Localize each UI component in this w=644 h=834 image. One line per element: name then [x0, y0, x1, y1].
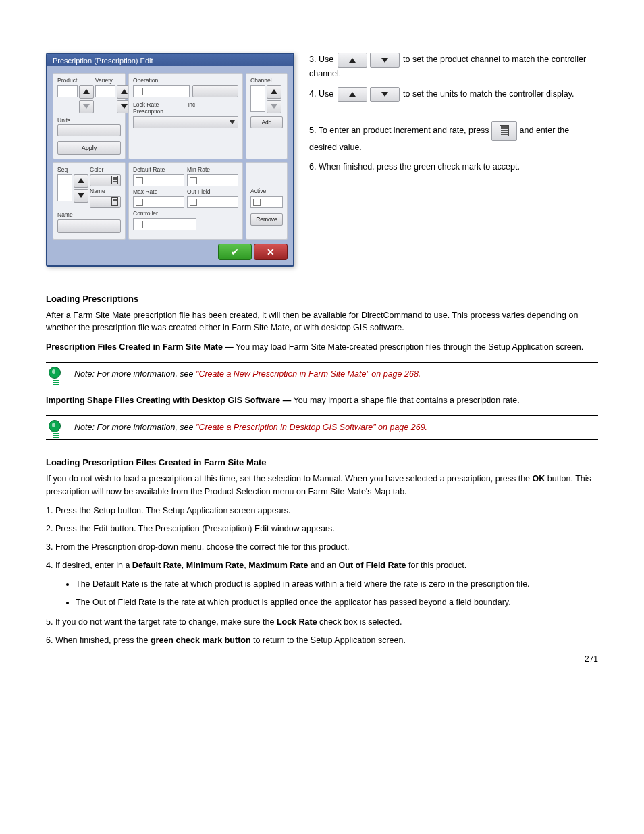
controller-input[interactable] [133, 218, 196, 230]
list-item: 4. If desired, enter in a Default Rate, … [46, 559, 598, 572]
name-button[interactable] [57, 219, 121, 233]
color-row-2[interactable] [90, 196, 121, 208]
dialog-col-rates: Default Rate Min Rate Max Rate [128, 162, 243, 240]
note1-link[interactable]: "Create a New Prescription in Farm Site … [196, 369, 421, 379]
prescription-edit-dialog: Prescription (Prescription) Edit Product [46, 53, 294, 267]
defaultrate-input[interactable] [133, 174, 184, 186]
color-label: Color [90, 167, 121, 173]
units-label: Units [57, 118, 121, 124]
cancel-button[interactable]: ✕ [254, 244, 288, 260]
dialog-col-products: Product Variety [53, 73, 126, 159]
up-arrow-icon [349, 58, 356, 63]
product-input[interactable] [57, 85, 78, 97]
product-up-button[interactable] [79, 85, 94, 99]
calculator-icon [111, 197, 118, 206]
dialog-col-active: Active Remove [246, 162, 288, 240]
variety-input[interactable] [95, 85, 115, 97]
note1-label: Note: [74, 369, 95, 379]
inline-down-button[interactable] [370, 53, 400, 68]
list-item: 1. Press the Setup button. The Setup App… [46, 504, 598, 517]
step6-text: 6. When finished, press the green check … [309, 161, 598, 174]
list-item: The Default Rate is the rate at which pr… [76, 578, 598, 591]
para-intro: After a Farm Site Mate prescription file… [46, 309, 598, 335]
inline-down-button[interactable] [370, 87, 400, 102]
down-arrow-icon [121, 104, 128, 109]
outfield-input[interactable] [187, 196, 238, 208]
up-arrow-icon [121, 89, 128, 94]
add-button[interactable]: Add [250, 116, 283, 128]
note-block-1: Note: For more information, see "Create … [46, 362, 598, 386]
name1-label: Name [90, 188, 121, 194]
heading-loading-prescriptions: Loading Prescriptions [46, 294, 598, 304]
para4-ok: OK [533, 474, 545, 484]
close-icon: ✕ [267, 246, 275, 257]
maxrate-input[interactable] [133, 196, 184, 208]
page-number: 271 [585, 654, 598, 664]
minrate-label: Min Rate [187, 167, 238, 173]
note2-label: Note: [74, 423, 95, 432]
product-label: Product [57, 78, 94, 84]
product-down-button[interactable] [79, 100, 94, 113]
channel-up-button[interactable] [267, 85, 281, 99]
calculator-icon [500, 125, 509, 136]
name2-label: Name [57, 212, 121, 218]
list-item: The Out of Field Rate is the rate at whi… [76, 596, 598, 609]
inline-up-button[interactable] [338, 53, 367, 68]
note-block-2: Note: For more information, see "Create … [46, 415, 598, 440]
list-item: 3. From the Prescription drop-down menu,… [46, 541, 598, 554]
seq-label: Seq [57, 167, 88, 173]
inc-label: Inc [188, 102, 238, 108]
step3-text-a: 3. Use [309, 55, 336, 64]
seq-up-button[interactable] [74, 174, 88, 188]
operation-field[interactable] [133, 85, 190, 97]
inc-field[interactable] [192, 85, 238, 97]
units-field[interactable] [57, 124, 121, 136]
up-arrow-icon [83, 89, 90, 94]
inline-up-button[interactable] [338, 87, 367, 102]
dialog-col-operation: Operation Lock Rate Inc Prescri [128, 73, 243, 159]
lockrate-label: Lock Rate [133, 102, 184, 108]
variety-label: Variety [95, 78, 132, 84]
channel-label: Channel [250, 78, 283, 84]
inline-calculator-button[interactable] [491, 121, 517, 141]
seq-down-button[interactable] [74, 189, 88, 203]
para-fsm-bold: Prescription Files Created in Farm Site … [46, 342, 234, 352]
apply-button[interactable]: Apply [57, 141, 121, 155]
controller-label: Controller [133, 211, 238, 217]
lightbulb-icon [49, 367, 63, 387]
list-item: 6. When finished, press the green check … [46, 634, 598, 647]
up-arrow-icon [349, 92, 356, 97]
note2-text: For more information, see [97, 423, 196, 432]
seq-input[interactable] [57, 174, 72, 201]
channel-down-button[interactable] [267, 100, 281, 113]
list-item: 5. If you do not want the target rate to… [46, 616, 598, 629]
down-arrow-icon [78, 193, 84, 198]
color-row-1[interactable] [90, 174, 121, 186]
para-fsm-rest: You may load Farm Site Mate-created pres… [236, 342, 583, 352]
minrate-input[interactable] [187, 174, 238, 186]
step5-text-a: 5. To enter an product increment and rat… [309, 126, 491, 135]
active-label: Active [250, 188, 283, 194]
up-arrow-icon [78, 178, 84, 183]
lightbulb-icon [49, 420, 63, 440]
list-item: 2. Press the Edit button. The Prescripti… [46, 523, 598, 536]
down-arrow-icon [83, 104, 90, 109]
note1-text: For more information, see [97, 369, 196, 379]
para-shape-rest: You may import a shape file that contain… [294, 396, 520, 405]
calculator-icon [111, 176, 118, 184]
ok-button[interactable]: ✔ [218, 244, 252, 260]
para4a: If you do not wish to load a prescriptio… [46, 474, 533, 484]
dialog-title: Prescription (Prescription) Edit [47, 54, 293, 66]
channel-input[interactable] [250, 85, 265, 112]
para-shape-bold: Importing Shape Files Creating with Desk… [46, 396, 291, 405]
step4-text-b: to set the units to match the controller… [403, 89, 574, 99]
active-checkbox[interactable] [250, 196, 283, 208]
remove-button[interactable]: Remove [250, 213, 283, 226]
down-arrow-icon [381, 58, 388, 63]
steps-list: 1. Press the Setup button. The Setup App… [46, 504, 598, 571]
note2-link[interactable]: "Create a Prescription in Desktop GIS So… [196, 423, 427, 432]
operation-label: Operation [133, 78, 238, 84]
down-arrow-icon [381, 92, 388, 97]
prescription-select[interactable] [133, 116, 238, 128]
dialog-col-channel: Channel Add [246, 73, 288, 159]
